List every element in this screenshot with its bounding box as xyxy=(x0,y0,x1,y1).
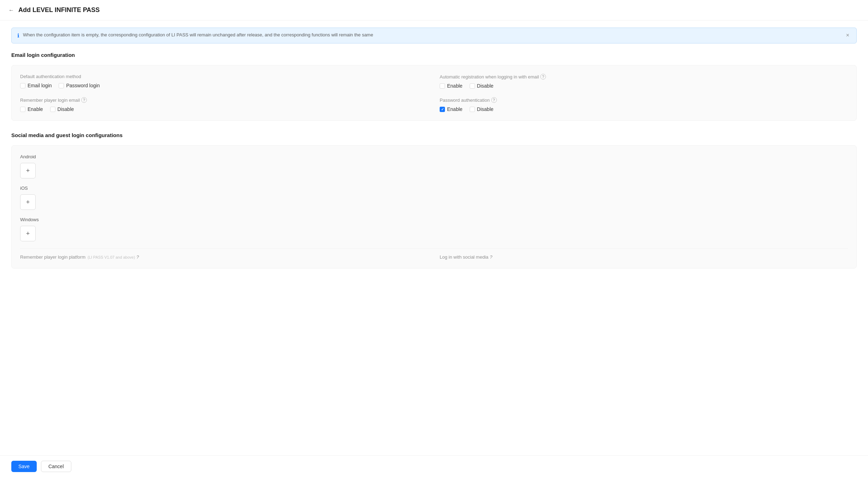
remember-platform-help-icon[interactable]: ? xyxy=(136,254,139,260)
password-auth-field: Password authentication ? Enable Disable xyxy=(440,97,848,112)
auto-register-disable-checkbox[interactable] xyxy=(470,83,475,89)
android-label: Android xyxy=(20,154,848,159)
remember-email-options: Enable Disable xyxy=(20,106,428,112)
auto-register-help-icon[interactable]: ? xyxy=(540,74,546,80)
auto-register-field: Automatic registration when logging in w… xyxy=(440,74,848,89)
social-section: Social media and guest login configurati… xyxy=(11,132,857,269)
auto-register-enable[interactable]: Enable xyxy=(440,83,463,89)
auto-register-label: Automatic registration when logging in w… xyxy=(440,74,848,80)
default-auth-options: Email login Password login xyxy=(20,83,428,88)
password-auth-help-icon[interactable]: ? xyxy=(491,97,497,103)
remember-email-field: Remember player login email ? Enable Dis… xyxy=(20,97,428,112)
social-login-help-icon[interactable]: ? xyxy=(490,254,492,260)
password-auth-disable[interactable]: Disable xyxy=(470,106,494,112)
ios-label: iOS xyxy=(20,186,848,191)
android-platform: Android + xyxy=(20,154,848,178)
password-auth-disable-checkbox[interactable] xyxy=(470,107,475,112)
back-button[interactable]: ← xyxy=(8,7,14,13)
password-auth-options: Enable Disable xyxy=(440,106,848,112)
android-plus-icon: + xyxy=(26,167,30,175)
remember-email-label: Remember player login email ? xyxy=(20,97,428,103)
password-login-checkbox[interactable] xyxy=(59,83,64,88)
info-icon: ℹ xyxy=(17,33,19,39)
info-banner: ℹ When the configuration item is empty, … xyxy=(11,28,857,43)
auto-register-enable-checkbox[interactable] xyxy=(440,83,445,89)
email-login-checkbox[interactable] xyxy=(20,83,25,88)
auto-register-disable[interactable]: Disable xyxy=(470,83,494,89)
default-auth-field: Default authentication method Email logi… xyxy=(20,74,428,89)
remember-email-disable-checkbox[interactable] xyxy=(50,107,55,112)
password-auth-label: Password authentication ? xyxy=(440,97,848,103)
social-config-card: Android + iOS + Windows + xyxy=(11,145,857,269)
email-login-option[interactable]: Email login xyxy=(20,83,52,88)
banner-text: When the configuration item is empty, th… xyxy=(23,32,373,37)
password-login-option[interactable]: Password login xyxy=(59,83,100,88)
ios-add-button[interactable]: + xyxy=(20,194,36,210)
email-config-card: Default authentication method Email logi… xyxy=(11,65,857,121)
default-auth-label: Default authentication method xyxy=(20,74,428,79)
windows-label: Windows xyxy=(20,217,848,222)
bottom-fields: Remember player login platform (LI PASS … xyxy=(20,248,848,260)
back-icon: ← xyxy=(8,7,14,13)
social-login-label: Log in with social media ? xyxy=(440,254,848,260)
auto-register-options: Enable Disable xyxy=(440,83,848,89)
page-title: Add LEVEL INFINITE PASS xyxy=(18,6,100,14)
version-note: (LI PASS V1.07 and above) xyxy=(88,255,135,259)
main-content: ℹ When the configuration item is empty, … xyxy=(0,20,868,308)
ios-plus-icon: + xyxy=(26,199,30,206)
remember-email-disable[interactable]: Disable xyxy=(50,106,74,112)
password-auth-enable-checkbox[interactable] xyxy=(440,107,445,112)
remember-email-enable[interactable]: Enable xyxy=(20,106,43,112)
remember-email-enable-checkbox[interactable] xyxy=(20,107,25,112)
windows-add-button[interactable]: + xyxy=(20,226,36,241)
email-config-grid: Default authentication method Email logi… xyxy=(20,74,848,112)
page-header: ← Add LEVEL INFINITE PASS xyxy=(0,0,868,20)
email-section: Email login configuration Default authen… xyxy=(11,52,857,121)
remember-platform-label: Remember player login platform (LI PASS … xyxy=(20,254,428,260)
close-banner-button[interactable]: × xyxy=(845,32,851,39)
windows-plus-icon: + xyxy=(26,230,30,237)
android-add-button[interactable]: + xyxy=(20,163,36,178)
windows-platform: Windows + xyxy=(20,217,848,241)
remember-email-help-icon[interactable]: ? xyxy=(81,97,87,103)
password-auth-enable[interactable]: Enable xyxy=(440,106,463,112)
ios-platform: iOS + xyxy=(20,186,848,210)
email-section-title: Email login configuration xyxy=(11,52,857,58)
social-section-title: Social media and guest login configurati… xyxy=(11,132,857,138)
